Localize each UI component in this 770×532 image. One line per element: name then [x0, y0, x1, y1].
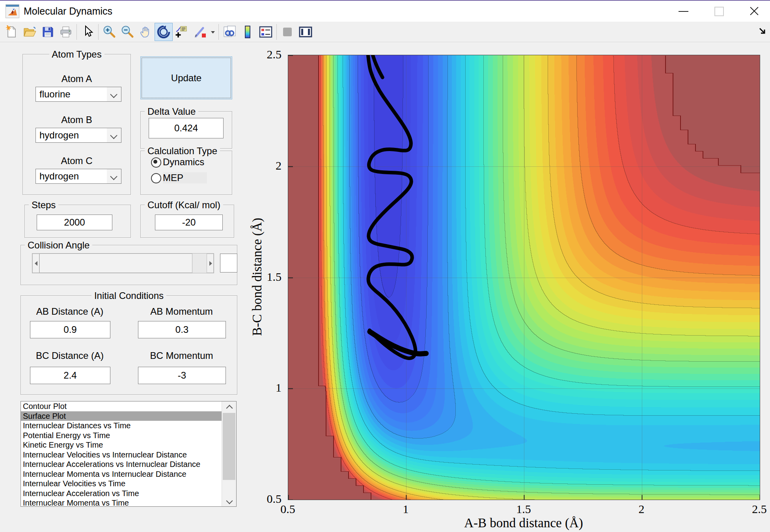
initial-conditions-title: Initial Conditions — [91, 290, 166, 301]
slider-left-arrow-icon[interactable] — [32, 254, 39, 273]
toolbar-separator — [98, 24, 99, 40]
list-item[interactable]: Internuclear Distances vs Time — [21, 421, 236, 431]
y-tick-label: 0.5 — [267, 492, 282, 506]
list-item[interactable]: Internuclear Momenta vs Internuclear Dis… — [21, 469, 236, 479]
toolbar-overflow-icon[interactable] — [758, 27, 767, 37]
contour-plot-axes[interactable] — [288, 55, 760, 500]
scrollbar-thumb[interactable] — [223, 413, 235, 480]
scroll-down-icon[interactable] — [222, 496, 236, 506]
list-item[interactable]: Internuclear Velocities vs Internuclear … — [21, 450, 236, 460]
y-tick-label: 2 — [276, 159, 282, 172]
collision-angle-title: Collision Angle — [25, 240, 92, 251]
save-icon[interactable] — [39, 23, 57, 41]
delta-value-panel: Delta Value 0.424 — [140, 111, 232, 149]
toolbar-separator — [218, 24, 219, 40]
new-file-icon[interactable] — [2, 23, 21, 41]
update-button[interactable]: Update — [140, 56, 232, 99]
cutoff-title: Cutoff (Kcal/ mol) — [145, 200, 223, 211]
insert-colorbar-icon[interactable] — [239, 23, 257, 41]
list-item[interactable]: Internuclear Momenta vs Time — [21, 498, 236, 507]
list-item[interactable]: Potential Energy vs Time — [21, 431, 236, 441]
chevron-down-icon[interactable] — [107, 169, 121, 183]
atom-types-title: Atom Types — [49, 49, 104, 60]
list-item[interactable]: Internuclear Acceleration vs Time — [21, 489, 236, 498]
x-tick-label: 1.5 — [516, 502, 531, 516]
atom-types-panel: Atom Types Atom A fluorine Atom B hydrog… — [22, 54, 131, 195]
atom-c-label: Atom C — [23, 155, 131, 166]
window-title: Molecular Dynamics — [24, 0, 112, 22]
data-cursor-icon[interactable] — [173, 23, 191, 41]
atom-a-label: Atom A — [23, 73, 131, 84]
toolbar-separator — [276, 24, 277, 40]
atom-b-label: Atom B — [23, 114, 131, 125]
mep-radio[interactable] — [151, 173, 161, 183]
atom-c-select[interactable]: hydrogen — [35, 169, 121, 184]
ab-momentum-field[interactable]: 0.3 — [138, 321, 226, 338]
window-accent-line — [0, 0, 770, 1]
show-plot-tools-icon[interactable] — [296, 23, 315, 41]
atom-b-select[interactable]: hydrogen — [35, 128, 121, 143]
atom-a-select[interactable]: fluorine — [35, 87, 121, 102]
minimize-button[interactable] — [666, 0, 701, 22]
zoom-in-icon[interactable] — [100, 23, 118, 41]
listbox-scrollbar[interactable] — [222, 401, 236, 506]
print-icon[interactable] — [57, 23, 75, 41]
pan-icon[interactable] — [136, 23, 155, 41]
ab-distance-field[interactable]: 0.9 — [30, 321, 110, 338]
list-item[interactable]: Surface Plot — [21, 411, 236, 421]
x-tick-label: 1 — [403, 502, 409, 516]
maximize-button[interactable] — [701, 0, 736, 22]
close-button[interactable] — [736, 0, 770, 22]
x-tick-label: 0.5 — [280, 502, 295, 516]
initial-conditions-panel: Initial Conditions AB Distance (A) AB Mo… — [21, 295, 237, 395]
chevron-down-icon[interactable] — [107, 87, 121, 101]
list-item[interactable]: Kinetic Energy vs Time — [21, 440, 236, 450]
plot-type-listbox[interactable]: Contour PlotSurface PlotInternuclear Dis… — [21, 401, 237, 507]
pointer-icon[interactable] — [78, 23, 97, 41]
steps-panel: Steps 2000 — [24, 205, 131, 238]
insert-legend-icon[interactable] — [257, 23, 275, 41]
zoom-out-icon[interactable] — [118, 23, 136, 41]
x-axis-label: A-B bond distance (Å) — [464, 516, 583, 530]
mep-radio-label[interactable]: MEP — [163, 172, 207, 183]
link-plots-icon[interactable] — [220, 23, 239, 41]
brush-icon[interactable] — [191, 23, 209, 41]
scroll-up-icon[interactable] — [222, 401, 236, 412]
bc-distance-label: BC Distance (A) — [30, 350, 110, 361]
collision-angle-field[interactable] — [220, 254, 237, 273]
open-file-icon[interactable] — [21, 23, 39, 41]
slider-thumb[interactable] — [39, 254, 192, 273]
cutoff-panel: Cutoff (Kcal/ mol) -20 — [140, 205, 234, 238]
ab-momentum-label: AB Momentum — [138, 306, 225, 317]
ab-distance-label: AB Distance (A) — [30, 306, 110, 317]
cutoff-field[interactable]: -20 — [155, 215, 223, 230]
hide-plot-tools-icon[interactable] — [278, 23, 296, 41]
dynamics-radio-label[interactable]: Dynamics — [163, 157, 204, 168]
slider-right-arrow-icon[interactable] — [207, 254, 214, 273]
steps-field[interactable]: 2000 — [37, 215, 112, 230]
calculation-type-title: Calculation Type — [145, 146, 220, 157]
list-item[interactable]: Internuclear Accelerations vs Internucle… — [21, 459, 236, 469]
collision-angle-slider[interactable] — [32, 253, 214, 273]
chevron-down-icon[interactable] — [107, 128, 121, 142]
delta-value-title: Delta Value — [145, 106, 198, 117]
plot-type-list: Contour PlotSurface PlotInternuclear Dis… — [21, 401, 236, 507]
y-tick-label: 1.5 — [267, 270, 282, 284]
rotate-3d-icon[interactable] — [155, 23, 173, 41]
delta-value-field[interactable]: 0.424 — [149, 118, 224, 138]
list-item[interactable]: Internulear Velocities vs Time — [21, 479, 236, 489]
bc-momentum-field[interactable]: -3 — [138, 367, 226, 384]
x-tick-label: 2 — [639, 502, 645, 516]
x-tick-label: 2.5 — [752, 502, 767, 516]
y-axis-label: B-C bond distance (Å) — [250, 218, 265, 336]
collision-angle-panel: Collision Angle — [21, 245, 237, 285]
matlab-app-icon — [6, 4, 19, 18]
list-item[interactable]: Contour Plot — [21, 401, 236, 411]
brush-dropdown-icon[interactable] — [209, 23, 217, 41]
potential-surface-canvas[interactable] — [288, 55, 760, 500]
bc-distance-field[interactable]: 2.4 — [30, 367, 110, 384]
dynamics-radio[interactable] — [151, 157, 161, 168]
atom-a-value: fluorine — [39, 87, 71, 101]
atom-c-value: hydrogen — [39, 169, 79, 183]
app-window: Molecular Dynamics Atom Types Atom A flu… — [0, 0, 770, 532]
